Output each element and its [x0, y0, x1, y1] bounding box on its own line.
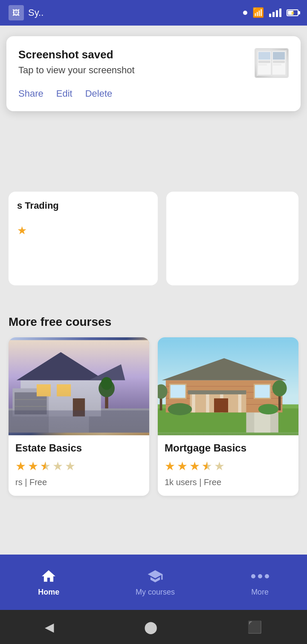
svg-point-54 [258, 404, 278, 414]
nav-label-mycourses: My courses [136, 588, 175, 597]
notification-actions: Share Edit Delete [18, 88, 289, 99]
signal-bars [269, 9, 281, 17]
m-star-empty-1: ★ [214, 459, 225, 473]
svg-rect-9 [9, 340, 149, 433]
partial-card-trading[interactable]: s Trading ★ [9, 192, 158, 285]
bottom-navigation: Home My courses More [0, 555, 307, 610]
notification-thumbnail [255, 48, 289, 78]
svg-rect-3 [258, 52, 270, 60]
partial-card-trading-star: ★ [17, 224, 149, 237]
partial-card-empty[interactable] [166, 192, 298, 285]
app-name: Sy.. [28, 7, 43, 18]
notification-top: Screenshot saved Tap to view your screen… [18, 48, 289, 78]
android-navigation-bar: ◀ ⬤ ⬛ [0, 610, 307, 644]
svg-rect-8 [273, 64, 281, 66]
status-bar-left: 🖼 Sy.. [9, 5, 43, 20]
courses-row: Estate Basics ★ ★ ★ ★ ★ ★ rs | Free [0, 337, 307, 496]
home-icon [41, 568, 57, 584]
m-star-1: ★ [165, 459, 175, 473]
estate-course-meta: rs | Free [15, 477, 142, 487]
estate-stars: ★ ★ ★ ★ ★ ★ [15, 459, 142, 473]
star-1: ★ [15, 459, 26, 473]
mortgage-course-meta: 1k users | Free [165, 477, 292, 487]
svg-rect-12 [20, 380, 101, 417]
star-half: ★ ★ [40, 459, 51, 473]
mortgage-course-title: Mortgage Basics [165, 442, 292, 454]
delete-button[interactable]: Delete [85, 88, 113, 99]
graduation-cap-icon [147, 568, 163, 584]
svg-rect-7 [273, 60, 285, 63]
battery-icon: ⚡ [287, 9, 298, 16]
nav-item-home[interactable]: Home [38, 568, 59, 597]
svg-rect-14 [14, 392, 46, 414]
android-back-button[interactable]: ◀ [45, 620, 54, 634]
m-star-2: ★ [177, 459, 188, 473]
svg-rect-11 [49, 414, 89, 432]
star-empty-2: ★ [65, 459, 75, 473]
wifi-icon: 📶 [252, 7, 264, 18]
share-button[interactable]: Share [18, 88, 43, 99]
svg-rect-30 [254, 412, 270, 432]
connection-dot [243, 11, 247, 15]
svg-point-53 [168, 403, 192, 415]
section-title: More free courses [0, 302, 307, 337]
svg-rect-6 [273, 52, 285, 60]
estate-course-image [9, 337, 149, 435]
notification-subtitle: Tap to view your screenshot [18, 65, 255, 76]
mortgage-course-image [158, 337, 298, 435]
status-bar-right: 📶 ⚡ [243, 7, 298, 18]
svg-rect-45 [170, 384, 186, 398]
nav-item-mycourses[interactable]: My courses [136, 568, 175, 597]
svg-rect-46 [254, 384, 270, 398]
star-2: ★ [28, 459, 38, 473]
svg-rect-39 [192, 392, 195, 412]
svg-rect-40 [206, 392, 209, 412]
m-star-half: ★ ★ [202, 459, 212, 473]
m-star-3: ★ [189, 459, 200, 473]
svg-rect-10 [9, 408, 149, 433]
top-cards-row: s Trading ★ [0, 192, 307, 285]
screenshot-notification[interactable]: Screenshot saved Tap to view your screen… [6, 36, 301, 111]
svg-rect-44 [214, 398, 228, 412]
nav-label-home: Home [38, 588, 59, 597]
notification-text: Screenshot saved Tap to view your screen… [18, 48, 255, 76]
svg-point-23 [98, 380, 115, 397]
svg-rect-4 [258, 60, 270, 63]
nav-label-more: More [251, 588, 269, 597]
android-home-button[interactable]: ⬤ [144, 620, 157, 634]
svg-rect-25 [9, 411, 149, 433]
notification-title: Screenshot saved [18, 48, 255, 61]
battery-lightning: ⚡ [290, 11, 295, 15]
mortgage-course-info: Mortgage Basics ★ ★ ★ ★ ★ ★ 1k users | F… [158, 435, 298, 496]
android-recents-button[interactable]: ⬛ [247, 620, 262, 634]
app-icon: 🖼 [9, 5, 24, 20]
svg-rect-13 [12, 388, 49, 417]
svg-rect-20 [57, 384, 71, 396]
course-card-estate[interactable]: Estate Basics ★ ★ ★ ★ ★ ★ rs | Free [9, 337, 149, 496]
svg-rect-19 [37, 384, 51, 396]
nav-item-more[interactable]: More [251, 568, 269, 597]
star-empty-1: ★ [52, 459, 63, 473]
partial-card-trading-title: s Trading [17, 200, 149, 211]
svg-rect-22 [105, 392, 108, 408]
svg-point-50 [272, 380, 287, 397]
status-bar: 🖼 Sy.. 📶 ⚡ [0, 0, 307, 26]
estate-course-title: Estate Basics [15, 442, 142, 454]
more-dots-icon [251, 568, 269, 584]
mortgage-stars: ★ ★ ★ ★ ★ ★ [165, 459, 292, 473]
svg-rect-5 [258, 64, 267, 66]
edit-button[interactable]: Edit [56, 88, 72, 99]
svg-point-24 [101, 377, 112, 390]
svg-rect-21 [73, 398, 85, 416]
svg-rect-43 [188, 390, 246, 394]
estate-course-info: Estate Basics ★ ★ ★ ★ ★ ★ rs | Free [9, 435, 149, 496]
course-card-mortgage[interactable]: Mortgage Basics ★ ★ ★ ★ ★ ★ 1k users | F… [158, 337, 298, 496]
svg-rect-42 [238, 392, 242, 412]
